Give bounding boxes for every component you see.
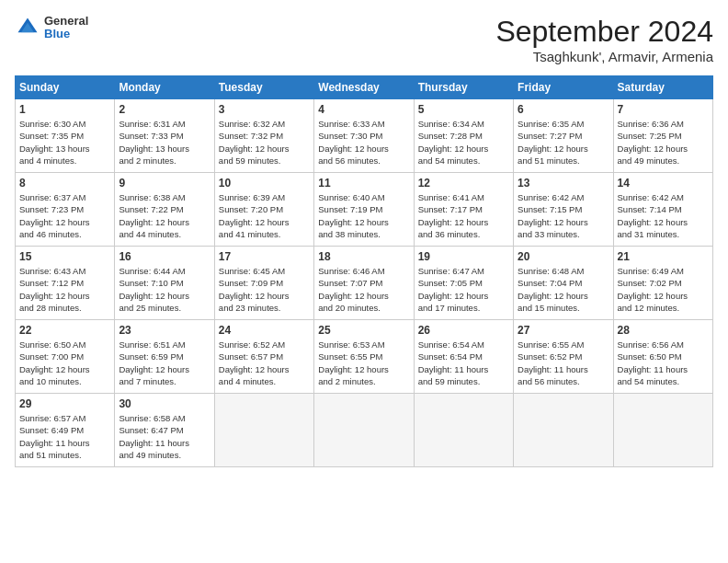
- day-number: 10: [219, 177, 310, 190]
- day-header-saturday: Saturday: [613, 76, 712, 99]
- logo-general-text: General: [44, 15, 88, 28]
- calendar-cell: 15Sunrise: 6:43 AMSunset: 7:12 PMDayligh…: [16, 247, 115, 320]
- calendar-week-5: 29Sunrise: 6:57 AMSunset: 6:49 PMDayligh…: [16, 394, 713, 467]
- day-header-thursday: Thursday: [414, 76, 513, 99]
- day-info: Sunrise: 6:57 AMSunset: 6:49 PMDaylight:…: [19, 412, 110, 461]
- day-info: Sunrise: 6:39 AMSunset: 7:20 PMDaylight:…: [219, 191, 310, 240]
- calendar-cell: 4Sunrise: 6:33 AMSunset: 7:30 PMDaylight…: [314, 99, 414, 173]
- day-info: Sunrise: 6:46 AMSunset: 7:07 PMDaylight:…: [318, 265, 409, 314]
- location-text: Tsaghkunk', Armavir, Armenia: [495, 49, 713, 64]
- day-header-monday: Monday: [115, 76, 214, 99]
- day-info: Sunrise: 6:38 AMSunset: 7:22 PMDaylight:…: [119, 191, 210, 240]
- day-number: 17: [219, 250, 310, 263]
- calendar-cell: 7Sunrise: 6:36 AMSunset: 7:25 PMDaylight…: [613, 99, 712, 173]
- calendar-week-2: 8Sunrise: 6:37 AMSunset: 7:23 PMDaylight…: [16, 173, 713, 247]
- calendar-cell: 18Sunrise: 6:46 AMSunset: 7:07 PMDayligh…: [314, 247, 414, 320]
- calendar-cell: 22Sunrise: 6:50 AMSunset: 7:00 PMDayligh…: [16, 320, 115, 394]
- day-number: 6: [518, 103, 609, 116]
- day-info: Sunrise: 6:30 AMSunset: 7:35 PMDaylight:…: [19, 118, 110, 167]
- day-number: 29: [19, 397, 110, 410]
- day-info: Sunrise: 6:49 AMSunset: 7:02 PMDaylight:…: [618, 265, 709, 314]
- calendar-cell: 11Sunrise: 6:40 AMSunset: 7:19 PMDayligh…: [314, 173, 414, 247]
- day-number: 24: [219, 324, 310, 337]
- day-number: 15: [19, 250, 110, 263]
- day-info: Sunrise: 6:42 AMSunset: 7:15 PMDaylight:…: [518, 191, 609, 240]
- day-info: Sunrise: 6:56 AMSunset: 6:50 PMDaylight:…: [618, 339, 709, 387]
- day-info: Sunrise: 6:35 AMSunset: 7:27 PMDaylight:…: [518, 118, 609, 167]
- day-info: Sunrise: 6:54 AMSunset: 6:54 PMDaylight:…: [418, 339, 509, 387]
- day-info: Sunrise: 6:41 AMSunset: 7:17 PMDaylight:…: [418, 191, 509, 240]
- day-number: 21: [618, 250, 709, 263]
- day-number: 26: [418, 324, 509, 337]
- day-info: Sunrise: 6:37 AMSunset: 7:23 PMDaylight:…: [19, 191, 110, 240]
- calendar-week-1: 1Sunrise: 6:30 AMSunset: 7:35 PMDaylight…: [16, 99, 713, 173]
- calendar-cell: 14Sunrise: 6:42 AMSunset: 7:14 PMDayligh…: [613, 173, 712, 247]
- calendar-cell: 23Sunrise: 6:51 AMSunset: 6:59 PMDayligh…: [115, 320, 214, 394]
- logo: General Blue: [15, 15, 88, 41]
- calendar-cell: [514, 394, 613, 467]
- calendar-cell: 25Sunrise: 6:53 AMSunset: 6:55 PMDayligh…: [314, 320, 414, 394]
- header-row: SundayMondayTuesdayWednesdayThursdayFrid…: [16, 76, 713, 99]
- day-number: 25: [318, 324, 409, 337]
- calendar-cell: 17Sunrise: 6:45 AMSunset: 7:09 PMDayligh…: [214, 247, 313, 320]
- day-number: 7: [618, 103, 709, 116]
- day-number: 20: [518, 250, 609, 263]
- calendar-cell: 26Sunrise: 6:54 AMSunset: 6:54 PMDayligh…: [414, 320, 513, 394]
- calendar-cell: 27Sunrise: 6:55 AMSunset: 6:52 PMDayligh…: [514, 320, 613, 394]
- calendar-cell: 28Sunrise: 6:56 AMSunset: 6:50 PMDayligh…: [613, 320, 712, 394]
- calendar-cell: [613, 394, 712, 467]
- day-header-tuesday: Tuesday: [214, 76, 313, 99]
- day-number: 23: [119, 324, 210, 337]
- calendar-cell: [414, 394, 513, 467]
- day-number: 2: [119, 103, 210, 116]
- calendar-cell: 12Sunrise: 6:41 AMSunset: 7:17 PMDayligh…: [414, 173, 513, 247]
- day-info: Sunrise: 6:36 AMSunset: 7:25 PMDaylight:…: [618, 118, 709, 167]
- day-number: 4: [318, 103, 409, 116]
- calendar-week-4: 22Sunrise: 6:50 AMSunset: 7:00 PMDayligh…: [16, 320, 713, 394]
- day-info: Sunrise: 6:47 AMSunset: 7:05 PMDaylight:…: [418, 265, 509, 314]
- calendar-cell: 2Sunrise: 6:31 AMSunset: 7:33 PMDaylight…: [115, 99, 214, 173]
- day-info: Sunrise: 6:51 AMSunset: 6:59 PMDaylight:…: [119, 339, 210, 387]
- day-info: Sunrise: 6:40 AMSunset: 7:19 PMDaylight:…: [318, 191, 409, 240]
- month-title: September 2024: [495, 15, 713, 49]
- calendar-cell: 20Sunrise: 6:48 AMSunset: 7:04 PMDayligh…: [514, 247, 613, 320]
- day-info: Sunrise: 6:43 AMSunset: 7:12 PMDaylight:…: [19, 265, 110, 314]
- day-number: 1: [19, 103, 110, 116]
- day-number: 14: [618, 177, 709, 190]
- calendar-cell: 5Sunrise: 6:34 AMSunset: 7:28 PMDaylight…: [414, 99, 513, 173]
- day-number: 9: [119, 177, 210, 190]
- day-number: 27: [518, 324, 609, 337]
- day-number: 12: [418, 177, 509, 190]
- day-info: Sunrise: 6:33 AMSunset: 7:30 PMDaylight:…: [318, 118, 409, 167]
- day-number: 30: [119, 397, 210, 410]
- title-block: September 2024 Tsaghkunk', Armavir, Arme…: [495, 15, 713, 64]
- day-number: 28: [618, 324, 709, 337]
- calendar-cell: 10Sunrise: 6:39 AMSunset: 7:20 PMDayligh…: [214, 173, 313, 247]
- calendar-cell: 24Sunrise: 6:52 AMSunset: 6:57 PMDayligh…: [214, 320, 313, 394]
- day-number: 22: [19, 324, 110, 337]
- day-header-wednesday: Wednesday: [314, 76, 414, 99]
- calendar-cell: 29Sunrise: 6:57 AMSunset: 6:49 PMDayligh…: [16, 394, 115, 467]
- day-number: 13: [518, 177, 609, 190]
- logo-icon: [15, 15, 40, 40]
- calendar-cell: 19Sunrise: 6:47 AMSunset: 7:05 PMDayligh…: [414, 247, 513, 320]
- day-number: 18: [318, 250, 409, 263]
- day-number: 19: [418, 250, 509, 263]
- day-info: Sunrise: 6:45 AMSunset: 7:09 PMDaylight:…: [219, 265, 310, 314]
- calendar-cell: 9Sunrise: 6:38 AMSunset: 7:22 PMDaylight…: [115, 173, 214, 247]
- day-info: Sunrise: 6:32 AMSunset: 7:32 PMDaylight:…: [219, 118, 310, 167]
- day-info: Sunrise: 6:34 AMSunset: 7:28 PMDaylight:…: [418, 118, 509, 167]
- day-info: Sunrise: 6:42 AMSunset: 7:14 PMDaylight:…: [618, 191, 709, 240]
- calendar-cell: 21Sunrise: 6:49 AMSunset: 7:02 PMDayligh…: [613, 247, 712, 320]
- day-header-friday: Friday: [514, 76, 613, 99]
- calendar-cell: 30Sunrise: 6:58 AMSunset: 6:47 PMDayligh…: [115, 394, 214, 467]
- calendar-cell: 1Sunrise: 6:30 AMSunset: 7:35 PMDaylight…: [16, 99, 115, 173]
- day-info: Sunrise: 6:58 AMSunset: 6:47 PMDaylight:…: [119, 412, 210, 461]
- day-info: Sunrise: 6:31 AMSunset: 7:33 PMDaylight:…: [119, 118, 210, 167]
- calendar-cell: 3Sunrise: 6:32 AMSunset: 7:32 PMDaylight…: [214, 99, 313, 173]
- calendar-cell: 6Sunrise: 6:35 AMSunset: 7:27 PMDaylight…: [514, 99, 613, 173]
- page-header: General Blue September 2024 Tsaghkunk', …: [15, 15, 713, 64]
- day-number: 16: [119, 250, 210, 263]
- calendar-cell: 16Sunrise: 6:44 AMSunset: 7:10 PMDayligh…: [115, 247, 214, 320]
- day-info: Sunrise: 6:52 AMSunset: 6:57 PMDaylight:…: [219, 339, 310, 387]
